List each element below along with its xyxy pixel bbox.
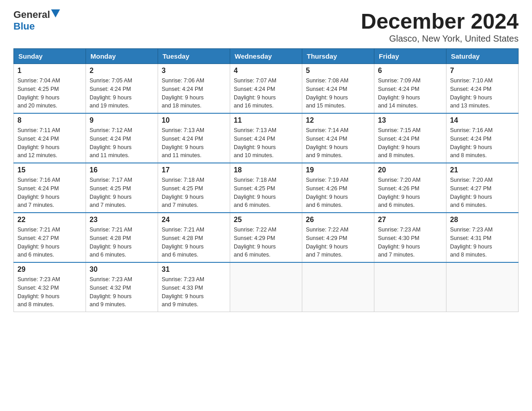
day-info: Sunrise: 7:21 AMSunset: 4:27 PMDaylight:… — [17, 227, 60, 258]
calendar-week-row: 29 Sunrise: 7:23 AMSunset: 4:32 PMDaylig… — [14, 262, 519, 312]
day-info: Sunrise: 7:10 AMSunset: 4:24 PMDaylight:… — [450, 77, 493, 109]
day-number: 3 — [162, 67, 226, 75]
day-info: Sunrise: 7:19 AMSunset: 4:26 PMDaylight:… — [306, 177, 348, 208]
table-row: 24 Sunrise: 7:21 AMSunset: 4:28 PMDaylig… — [158, 213, 230, 262]
table-row: 11 Sunrise: 7:13 AMSunset: 4:24 PMDaylig… — [230, 113, 302, 163]
day-info: Sunrise: 7:23 AMSunset: 4:32 PMDaylight:… — [90, 276, 132, 308]
table-row: 7 Sunrise: 7:10 AMSunset: 4:24 PMDayligh… — [446, 64, 519, 114]
table-row: 17 Sunrise: 7:18 AMSunset: 4:25 PMDaylig… — [158, 163, 230, 213]
table-row: 18 Sunrise: 7:18 AMSunset: 4:25 PMDaylig… — [230, 163, 302, 213]
table-row: 28 Sunrise: 7:23 AMSunset: 4:31 PMDaylig… — [446, 213, 519, 262]
logo-general: General — [13, 9, 50, 21]
day-number: 19 — [306, 166, 370, 174]
day-number: 20 — [378, 166, 442, 174]
calendar-title: December 2024 — [361, 9, 519, 34]
day-info: Sunrise: 7:09 AMSunset: 4:24 PMDaylight:… — [378, 77, 420, 109]
day-info: Sunrise: 7:20 AMSunset: 4:26 PMDaylight:… — [378, 177, 420, 208]
day-number: 1 — [17, 67, 82, 75]
day-number: 21 — [450, 166, 515, 174]
day-number: 12 — [306, 116, 370, 124]
day-number: 27 — [378, 216, 442, 224]
day-number: 26 — [306, 216, 370, 224]
day-number: 22 — [17, 216, 82, 224]
table-row: 5 Sunrise: 7:08 AMSunset: 4:24 PMDayligh… — [302, 64, 374, 114]
day-number: 31 — [162, 265, 226, 274]
calendar-subtitle: Glasco, New York, United States — [361, 34, 519, 44]
table-row: 2 Sunrise: 7:05 AMSunset: 4:24 PMDayligh… — [86, 64, 158, 114]
day-info: Sunrise: 7:16 AMSunset: 4:24 PMDaylight:… — [17, 177, 60, 208]
col-saturday: Saturday — [446, 49, 519, 64]
day-info: Sunrise: 7:05 AMSunset: 4:24 PMDaylight:… — [90, 77, 132, 109]
day-info: Sunrise: 7:11 AMSunset: 4:24 PMDaylight:… — [17, 127, 60, 158]
calendar-week-row: 15 Sunrise: 7:16 AMSunset: 4:24 PMDaylig… — [14, 163, 519, 213]
day-info: Sunrise: 7:23 AMSunset: 4:30 PMDaylight:… — [378, 227, 420, 258]
day-number: 18 — [234, 166, 298, 174]
table-row — [230, 262, 302, 312]
day-info: Sunrise: 7:22 AMSunset: 4:29 PMDaylight:… — [234, 227, 276, 258]
day-info: Sunrise: 7:08 AMSunset: 4:24 PMDaylight:… — [306, 77, 348, 109]
table-row: 12 Sunrise: 7:14 AMSunset: 4:24 PMDaylig… — [302, 113, 374, 163]
day-number: 9 — [90, 116, 154, 124]
table-row: 15 Sunrise: 7:16 AMSunset: 4:24 PMDaylig… — [14, 163, 86, 213]
col-wednesday: Wednesday — [230, 49, 302, 64]
day-number: 23 — [90, 216, 154, 224]
day-info: Sunrise: 7:23 AMSunset: 4:31 PMDaylight:… — [450, 227, 493, 258]
table-row — [302, 262, 374, 312]
day-number: 14 — [450, 116, 515, 124]
day-number: 29 — [17, 265, 82, 274]
table-row: 29 Sunrise: 7:23 AMSunset: 4:32 PMDaylig… — [14, 262, 86, 312]
table-row: 19 Sunrise: 7:19 AMSunset: 4:26 PMDaylig… — [302, 163, 374, 213]
day-info: Sunrise: 7:18 AMSunset: 4:25 PMDaylight:… — [234, 177, 276, 208]
col-tuesday: Tuesday — [158, 49, 230, 64]
table-row: 23 Sunrise: 7:21 AMSunset: 4:28 PMDaylig… — [86, 213, 158, 262]
day-number: 11 — [234, 116, 298, 124]
day-number: 24 — [162, 216, 226, 224]
table-row: 10 Sunrise: 7:13 AMSunset: 4:24 PMDaylig… — [158, 113, 230, 163]
day-info: Sunrise: 7:17 AMSunset: 4:25 PMDaylight:… — [90, 177, 132, 208]
table-row: 13 Sunrise: 7:15 AMSunset: 4:24 PMDaylig… — [374, 113, 446, 163]
calendar-week-row: 1 Sunrise: 7:04 AMSunset: 4:25 PMDayligh… — [14, 64, 519, 114]
day-number: 4 — [234, 67, 298, 75]
svg-marker-0 — [51, 9, 60, 17]
table-row: 26 Sunrise: 7:22 AMSunset: 4:29 PMDaylig… — [302, 213, 374, 262]
day-info: Sunrise: 7:20 AMSunset: 4:27 PMDaylight:… — [450, 177, 493, 208]
calendar-table: Sunday Monday Tuesday Wednesday Thursday… — [13, 48, 519, 312]
calendar-week-row: 22 Sunrise: 7:21 AMSunset: 4:27 PMDaylig… — [14, 213, 519, 262]
day-info: Sunrise: 7:13 AMSunset: 4:24 PMDaylight:… — [234, 127, 276, 158]
table-row: 1 Sunrise: 7:04 AMSunset: 4:25 PMDayligh… — [14, 64, 86, 114]
day-info: Sunrise: 7:15 AMSunset: 4:24 PMDaylight:… — [378, 127, 420, 158]
day-number: 13 — [378, 116, 442, 124]
table-row — [374, 262, 446, 312]
table-row: 30 Sunrise: 7:23 AMSunset: 4:32 PMDaylig… — [86, 262, 158, 312]
day-number: 2 — [90, 67, 154, 75]
table-row: 31 Sunrise: 7:23 AMSunset: 4:33 PMDaylig… — [158, 262, 230, 312]
calendar-week-row: 8 Sunrise: 7:11 AMSunset: 4:24 PMDayligh… — [14, 113, 519, 163]
calendar-header-row: Sunday Monday Tuesday Wednesday Thursday… — [14, 49, 519, 64]
col-thursday: Thursday — [302, 49, 374, 64]
day-number: 6 — [378, 67, 442, 75]
day-number: 28 — [450, 216, 515, 224]
table-row: 3 Sunrise: 7:06 AMSunset: 4:24 PMDayligh… — [158, 64, 230, 114]
col-friday: Friday — [374, 49, 446, 64]
table-row: 14 Sunrise: 7:16 AMSunset: 4:24 PMDaylig… — [446, 113, 519, 163]
table-row: 9 Sunrise: 7:12 AMSunset: 4:24 PMDayligh… — [86, 113, 158, 163]
day-number: 15 — [17, 166, 82, 174]
table-row: 21 Sunrise: 7:20 AMSunset: 4:27 PMDaylig… — [446, 163, 519, 213]
table-row: 6 Sunrise: 7:09 AMSunset: 4:24 PMDayligh… — [374, 64, 446, 114]
day-info: Sunrise: 7:12 AMSunset: 4:24 PMDaylight:… — [90, 127, 132, 158]
day-number: 8 — [17, 116, 82, 124]
day-number: 25 — [234, 216, 298, 224]
day-number: 7 — [450, 67, 515, 75]
day-info: Sunrise: 7:23 AMSunset: 4:33 PMDaylight:… — [162, 276, 204, 308]
day-number: 17 — [162, 166, 226, 174]
logo: General Blue — [13, 9, 60, 32]
title-block: December 2024 Glasco, New York, United S… — [361, 9, 519, 44]
day-info: Sunrise: 7:21 AMSunset: 4:28 PMDaylight:… — [90, 227, 132, 258]
page-header: General Blue December 2024 Glasco, New Y… — [13, 9, 519, 44]
table-row: 4 Sunrise: 7:07 AMSunset: 4:24 PMDayligh… — [230, 64, 302, 114]
day-info: Sunrise: 7:14 AMSunset: 4:24 PMDaylight:… — [306, 127, 348, 158]
col-monday: Monday — [86, 49, 158, 64]
table-row: 20 Sunrise: 7:20 AMSunset: 4:26 PMDaylig… — [374, 163, 446, 213]
day-info: Sunrise: 7:07 AMSunset: 4:24 PMDaylight:… — [234, 77, 276, 109]
day-info: Sunrise: 7:23 AMSunset: 4:32 PMDaylight:… — [17, 276, 60, 308]
